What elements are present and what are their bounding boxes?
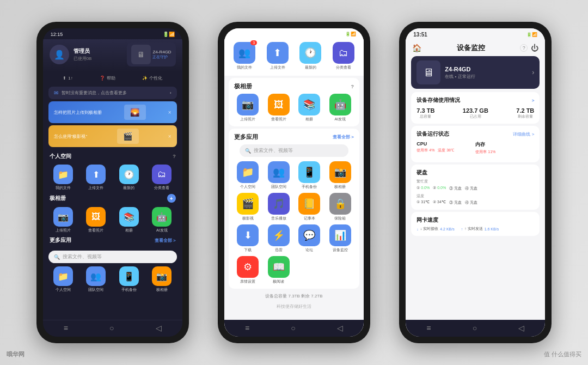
top-myfiles-icon: 👥 3	[234, 42, 255, 64]
app-view-photo[interactable]: 🖼 查看照片	[81, 207, 111, 233]
storage-used: 123.7 GB 已占用	[463, 107, 488, 119]
my-files-icon: 📁	[53, 165, 73, 184]
detail-link[interactable]: 详细曲线 >	[513, 131, 534, 137]
top-classify-icon: 🗂	[333, 42, 354, 64]
action-item-personalize[interactable]: ✨个性化	[142, 75, 162, 81]
upload-label: 上传文件	[88, 185, 103, 191]
disk-temp-4: ④ 无盘	[465, 200, 477, 205]
app-classify[interactable]: 🗂 分类查看	[147, 165, 177, 191]
nav3-back[interactable]: ◁	[518, 324, 524, 332]
add-album-btn[interactable]: +	[167, 194, 176, 203]
memory-col: 内存 使用率 11%	[475, 141, 534, 155]
notice-banner[interactable]: ✉ 暂时没有重要消息，点击查看更多 ›	[48, 87, 177, 99]
app-ai[interactable]: 🤖 AI发现	[147, 207, 177, 233]
disk-busy-1: ① 0.0%	[416, 186, 430, 191]
nav2-home[interactable]: ○	[291, 324, 295, 332]
see-all-btn[interactable]: 查看全部 >	[155, 238, 176, 244]
close-btn-1[interactable]: ×	[168, 110, 171, 115]
album-help-icon[interactable]: ?	[351, 84, 354, 89]
p2-jiyingshi-icon: 🎬	[237, 193, 259, 215]
app-album[interactable]: 📚 相册	[114, 207, 144, 233]
promo-card-2[interactable]: 怎么使用"极影视" 🎬 ×	[48, 125, 177, 147]
power-btn[interactable]: ⏻	[531, 44, 538, 52]
more-apps-section: 更多应用 查看全部 >	[43, 233, 182, 248]
latest-icon: 🕐	[119, 165, 139, 184]
p2-view-photo-icon: 🖼	[268, 94, 290, 115]
p2-forum-icon: 💬	[298, 224, 320, 246]
top-app-classify[interactable]: 🗂 分类查看	[328, 42, 358, 70]
device-card[interactable]: 🖥 Z4-R4GD 在线 • 正常运行 ›	[411, 56, 540, 89]
app-latest[interactable]: 🕐 最新的	[114, 165, 144, 191]
disk-temp-row: 温度	[416, 193, 534, 199]
p2-notes[interactable]: 📒 记事本	[296, 193, 323, 221]
p2-thunder[interactable]: ⚡ 迅雷	[265, 224, 292, 253]
p2-team-space[interactable]: 👥 团队空间	[265, 161, 292, 190]
phone-3: 13:51 🔋📶 🏠 设备监控 ? ⏻ 🖥	[399, 22, 552, 343]
app-team-space[interactable]: 👥 团队空间	[81, 266, 111, 293]
nav-menu[interactable]: ≡	[64, 324, 68, 332]
upload-photo-label: 上传照片	[56, 228, 71, 233]
p2-personal-space[interactable]: 📁 个人空间	[234, 161, 262, 190]
p2-download[interactable]: ⬇ 下载	[234, 224, 262, 253]
app-my-files[interactable]: 📁 我的文件	[48, 165, 78, 191]
p2-album[interactable]: 📚 相册	[296, 94, 323, 122]
photo-album-apps: 📷 上传照片 🖼 查看照片 📚 相册 🤖 AI发现	[43, 207, 182, 233]
p2-see-all[interactable]: 查看全部 >	[333, 134, 354, 140]
p2-view-photo[interactable]: 🖼 查看照片	[265, 94, 292, 122]
storage-arrow[interactable]: >	[532, 98, 535, 103]
promo-card-1[interactable]: 怎样把照片上传到极相册 🌄 ×	[48, 101, 177, 123]
help-icon[interactable]: ?	[173, 154, 176, 159]
disk-busy-2: ② 0.0%	[433, 186, 446, 191]
top-app-latest[interactable]: 🕐 最新的	[296, 42, 326, 70]
p2-family[interactable]: ⚙ 亲情设置	[234, 256, 262, 284]
user-avatar: 👤	[50, 45, 69, 64]
phone2-more-section: 更多应用 查看全部 > 🔍 搜索文件、视频等 📁 个人空间 👥	[229, 129, 359, 289]
search-bar[interactable]: 🔍 搜索文件、视频等	[48, 251, 177, 263]
p2-vault[interactable]: 🔒 保险箱	[326, 193, 354, 221]
badge: 3	[250, 40, 257, 45]
p2-jiyingshi[interactable]: 🎬 极影视	[234, 193, 262, 221]
p2-forum[interactable]: 💬 论坛	[296, 224, 323, 253]
app-personal-space[interactable]: 📁 个人空间	[48, 266, 78, 293]
nav2-back[interactable]: ◁	[337, 324, 343, 332]
nav2-menu[interactable]: ≡	[245, 324, 249, 332]
storage-free: 7.2 TB 剩余容量	[516, 107, 534, 119]
p2-reader[interactable]: 📖 极阅读	[265, 256, 292, 284]
device-card-img: 🖥	[416, 60, 440, 84]
p2-music[interactable]: 🎵 音乐播放	[265, 193, 292, 221]
disk-temp-label: 温度	[416, 193, 424, 199]
upload-photo-icon: 📷	[53, 207, 73, 227]
p2-phone-backup[interactable]: 📱 手机备份	[296, 161, 323, 190]
app-upload[interactable]: ⬆ 上传文件	[81, 165, 111, 191]
phone-1-screen: 12:15 🔋📶 👤 管理员 已使用0B 🖥	[43, 28, 182, 337]
nav3-home[interactable]: ○	[473, 324, 477, 332]
top-app-myfiles[interactable]: 👥 3 我的文件	[230, 42, 260, 70]
p2-jixiangce[interactable]: 📸 极相册	[326, 161, 354, 190]
p2-upload-photo[interactable]: 📷 上传照片	[234, 94, 262, 122]
app-phone-backup[interactable]: 📱 手机备份	[114, 266, 144, 293]
device-card-info: Z4-R4GD 在线 • 正常运行	[445, 66, 528, 80]
p2-phone-backup-icon: 📱	[298, 161, 320, 183]
action-item-help[interactable]: ❓帮助	[100, 75, 115, 81]
disk-busy-3: ③ 无盘	[449, 186, 462, 191]
action-bar[interactable]: ⬆1↑ ❓帮助 ✨个性化	[43, 72, 182, 84]
app-upload-photo[interactable]: 📷 上传照片	[48, 207, 78, 233]
nav-home[interactable]: ○	[109, 324, 114, 332]
phone-backup-label: 手机备份	[121, 287, 137, 293]
home-icon[interactable]: 🏠	[412, 44, 421, 52]
personal-space-apps: 📁 我的文件 ⬆ 上传文件 🕐 最新的 🗂 分类查看	[43, 165, 182, 191]
app-jixiangce[interactable]: 📸 极相册	[147, 266, 177, 293]
p2-monitor[interactable]: 📊 设备监控	[326, 224, 354, 253]
monitor-header: 🏠 设备监控 ? ⏻	[406, 40, 545, 56]
close-btn-2[interactable]: ×	[168, 133, 171, 139]
p2-music-icon: 🎵	[268, 193, 290, 215]
action-item-upload[interactable]: ⬆1↑	[63, 75, 72, 81]
storage-section: 设备存储使用情况 > 7.3 TB 总容量 123.7 GB 已占用	[411, 92, 540, 124]
help-btn[interactable]: ?	[520, 44, 528, 52]
p2-ai[interactable]: 🤖 AI发现	[326, 94, 354, 122]
top-app-upload[interactable]: ⬆ 上传文件	[262, 42, 292, 70]
nav-back[interactable]: ◁	[156, 324, 162, 332]
p2-search-bar[interactable]: 🔍 搜索文件、视频等	[240, 144, 348, 157]
nav3-menu[interactable]: ≡	[426, 324, 431, 332]
phone2-more-apps: 📁 个人空间 👥 团队空间 📱 手机备份 📸	[234, 161, 354, 284]
